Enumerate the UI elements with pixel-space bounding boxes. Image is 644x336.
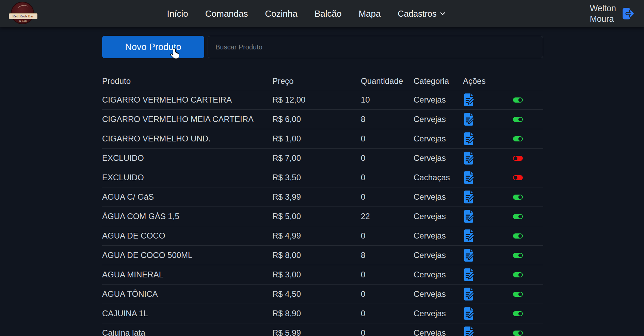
nav-dropdown-cadastros[interactable]: Cadastros bbox=[398, 9, 446, 19]
toggle-switch[interactable] bbox=[513, 156, 523, 161]
cell-preco: R$ 5,00 bbox=[272, 212, 361, 221]
toggle-knob bbox=[518, 312, 522, 316]
cell-quantidade: 0 bbox=[361, 231, 414, 241]
edit-icon bbox=[463, 171, 474, 184]
toggle-switch[interactable] bbox=[513, 117, 523, 122]
toggle-knob bbox=[518, 254, 522, 257]
products-page: Novo Produto Produto Preço Quantidade Ca… bbox=[102, 36, 543, 336]
cell-preco: R$ 3,50 bbox=[272, 173, 361, 182]
edit-product-button[interactable] bbox=[463, 151, 474, 165]
user-name: Welton Moura bbox=[590, 3, 616, 24]
cell-preco: R$ 5,99 bbox=[272, 328, 361, 336]
cell-quantidade: 0 bbox=[361, 270, 414, 279]
cell-acoes bbox=[463, 287, 543, 301]
edit-product-button[interactable] bbox=[463, 307, 474, 320]
edit-product-button[interactable] bbox=[463, 93, 474, 107]
cell-categoria: Cervejas bbox=[414, 270, 463, 279]
header-acoes: Ações bbox=[463, 76, 543, 86]
cell-produto: AGUA DE COCO 500ML bbox=[102, 250, 272, 260]
cell-acoes bbox=[463, 210, 543, 223]
toggle-knob bbox=[518, 234, 522, 238]
edit-product-button[interactable] bbox=[463, 248, 474, 262]
header-produto: Produto bbox=[102, 76, 272, 86]
toggle-knob bbox=[518, 98, 522, 102]
cell-produto: CIGARRO VERMELHO MEIA CARTEIRA bbox=[102, 114, 272, 124]
edit-product-button[interactable] bbox=[463, 132, 474, 146]
toggle-switch[interactable] bbox=[513, 136, 523, 141]
toggle-switch[interactable] bbox=[513, 214, 523, 219]
toggle-switch[interactable] bbox=[513, 175, 523, 180]
table-row: ÁGUA COM GÁS 1,5 R$ 5,00 22 Cervejas bbox=[102, 207, 543, 226]
cell-produto: CIGARRO VERMELHO UND. bbox=[102, 134, 272, 143]
header-quantidade: Quantidade bbox=[361, 76, 414, 86]
edit-product-button[interactable] bbox=[463, 326, 474, 336]
cell-quantidade: 0 bbox=[361, 192, 414, 202]
main-nav: Início Comandas Cozinha Balcão Mapa Cada… bbox=[167, 0, 446, 27]
cell-acoes bbox=[463, 268, 543, 281]
toggle-knob bbox=[518, 137, 522, 141]
search-product-input[interactable] bbox=[208, 36, 543, 58]
edit-icon bbox=[463, 112, 474, 126]
cell-quantidade: 10 bbox=[361, 95, 414, 105]
cell-categoria: Cervejas bbox=[414, 95, 463, 105]
nav-item-mapa[interactable]: Mapa bbox=[358, 9, 381, 19]
edit-product-button[interactable] bbox=[463, 112, 474, 126]
table-header-row: Produto Preço Quantidade Categoria Ações bbox=[102, 72, 543, 90]
edit-icon bbox=[463, 229, 474, 243]
brand-logo[interactable]: Red Rock Bar & Cafe bbox=[9, 1, 37, 26]
cell-quantidade: 8 bbox=[361, 250, 414, 260]
toggle-switch[interactable] bbox=[513, 195, 523, 200]
edit-icon bbox=[463, 268, 474, 281]
product-table-body: CIGARRO VERMELHO CARTEIRA R$ 12,00 10 Ce… bbox=[102, 90, 543, 336]
cell-acoes bbox=[463, 326, 543, 336]
brand-name: Red Rock Bar bbox=[9, 13, 37, 19]
toggle-knob bbox=[514, 156, 517, 160]
cell-quantidade: 0 bbox=[361, 173, 414, 182]
cell-categoria: Cachaças bbox=[414, 173, 463, 182]
edit-product-button[interactable] bbox=[463, 210, 474, 223]
toggle-switch[interactable] bbox=[513, 331, 523, 336]
edit-product-button[interactable] bbox=[463, 171, 474, 184]
cell-preco: R$ 1,00 bbox=[272, 134, 361, 143]
table-row: CIGARRO VERMELHO CARTEIRA R$ 12,00 10 Ce… bbox=[102, 90, 543, 110]
edit-icon bbox=[463, 132, 474, 146]
toggle-switch[interactable] bbox=[513, 311, 523, 316]
cell-categoria: Cervejas bbox=[414, 231, 463, 241]
cell-categoria: Cervejas bbox=[414, 153, 463, 163]
cell-quantidade: 0 bbox=[361, 134, 414, 143]
cell-produto: AGUA C/ GáS bbox=[102, 192, 272, 202]
toggle-knob bbox=[518, 331, 522, 335]
cell-categoria: Cervejas bbox=[414, 134, 463, 143]
edit-product-button[interactable] bbox=[463, 287, 474, 301]
edit-product-button[interactable] bbox=[463, 229, 474, 243]
cell-acoes bbox=[463, 307, 543, 320]
user-first-name: Welton bbox=[590, 3, 616, 14]
nav-item-cozinha[interactable]: Cozinha bbox=[265, 9, 297, 19]
table-row: CAJUINA 1L R$ 8,90 0 Cervejas bbox=[102, 304, 543, 323]
header-preco: Preço bbox=[272, 76, 361, 86]
table-row: AGUA DE COCO 500ML R$ 8,00 8 Cervejas bbox=[102, 246, 543, 265]
nav-item-inicio[interactable]: Início bbox=[167, 9, 188, 19]
cell-produto: AGUA DE COCO bbox=[102, 231, 272, 241]
toggle-switch[interactable] bbox=[513, 233, 523, 239]
toggle-knob bbox=[518, 273, 522, 277]
toggle-switch[interactable] bbox=[513, 97, 523, 103]
nav-item-comandas[interactable]: Comandas bbox=[205, 9, 248, 19]
cell-preco: R$ 3,00 bbox=[272, 270, 361, 279]
user-zone: Welton Moura bbox=[590, 3, 635, 24]
nav-item-balcao[interactable]: Balcão bbox=[315, 9, 342, 19]
new-product-button[interactable]: Novo Produto bbox=[102, 36, 204, 58]
toolbar: Novo Produto bbox=[102, 36, 543, 58]
edit-product-button[interactable] bbox=[463, 190, 474, 204]
toggle-switch[interactable] bbox=[513, 292, 523, 297]
cell-acoes bbox=[463, 190, 543, 204]
table-row: CIGARRO VERMELHO UND. R$ 1,00 0 Cervejas bbox=[102, 129, 543, 149]
products-table: Produto Preço Quantidade Categoria Ações… bbox=[102, 72, 543, 336]
cell-preco: R$ 8,90 bbox=[272, 309, 361, 318]
toggle-switch[interactable] bbox=[513, 272, 523, 277]
table-row: AGUA TÔNICA R$ 4,50 0 Cervejas bbox=[102, 285, 543, 304]
toggle-switch[interactable] bbox=[513, 253, 523, 258]
edit-product-button[interactable] bbox=[463, 268, 474, 281]
logout-button[interactable] bbox=[621, 6, 635, 21]
cell-acoes bbox=[463, 229, 543, 243]
